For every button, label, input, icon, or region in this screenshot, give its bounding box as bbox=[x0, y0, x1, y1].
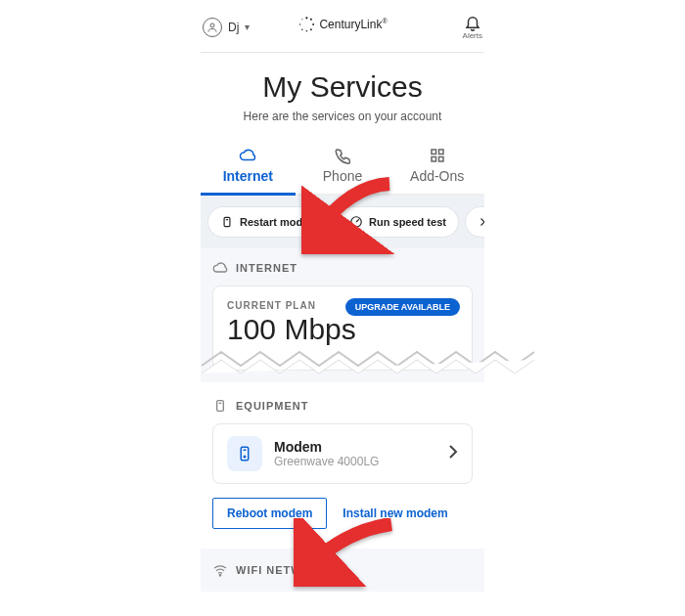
alerts-label: Alerts bbox=[463, 31, 482, 40]
svg-rect-18 bbox=[241, 447, 249, 461]
install-new-modem-link[interactable]: Install new modem bbox=[342, 506, 447, 520]
reboot-modem-button[interactable]: Reboot modem bbox=[212, 498, 327, 529]
svg-point-8 bbox=[301, 19, 302, 20]
tab-label: Add-Ons bbox=[410, 168, 464, 184]
svg-rect-13 bbox=[224, 217, 230, 226]
equipment-name: Modem bbox=[274, 439, 379, 455]
equipment-item[interactable]: Modem Greenwave 4000LG bbox=[212, 423, 473, 484]
equipment-section: EQUIPMENT Modem Greenwave 4000LG Reboot … bbox=[201, 382, 484, 541]
tab-phone[interactable]: Phone bbox=[296, 147, 390, 194]
internet-section: INTERNET CURRENT PLAN UPGRADE AVAILABLE … bbox=[201, 248, 484, 382]
svg-point-2 bbox=[310, 19, 312, 21]
svg-point-20 bbox=[244, 456, 246, 458]
upgrade-badge[interactable]: UPGRADE AVAILABLE bbox=[345, 298, 460, 316]
app-screen: Dj ▾ CenturyLink® Alerts My Services Her… bbox=[201, 8, 484, 616]
equipment-text: Modem Greenwave 4000LG bbox=[274, 439, 379, 468]
cloud-icon bbox=[212, 260, 228, 276]
tools-chip[interactable]: Tr bbox=[466, 207, 484, 237]
svg-rect-12 bbox=[438, 157, 443, 162]
wifi-icon bbox=[212, 562, 228, 578]
chip-label: Run speed test bbox=[369, 216, 446, 228]
torn-edge-decoration bbox=[202, 346, 534, 374]
section-heading-equipment: EQUIPMENT bbox=[212, 398, 473, 414]
chevron-right-icon bbox=[448, 444, 458, 463]
modem-icon bbox=[236, 445, 253, 462]
modem-icon bbox=[212, 398, 228, 414]
service-tabs: Internet Phone Add-Ons bbox=[201, 147, 484, 196]
bell-icon bbox=[464, 14, 481, 31]
tab-internet[interactable]: Internet bbox=[201, 147, 296, 194]
svg-rect-11 bbox=[432, 157, 436, 162]
svg-rect-9 bbox=[432, 150, 436, 154]
modem-icon bbox=[220, 215, 234, 229]
svg-rect-10 bbox=[438, 150, 443, 154]
divider bbox=[201, 52, 484, 53]
chip-label: Restart modem bbox=[240, 216, 318, 228]
svg-point-3 bbox=[312, 23, 314, 25]
top-bar: Dj ▾ CenturyLink® Alerts bbox=[201, 8, 484, 50]
svg-point-6 bbox=[301, 29, 303, 31]
cloud-icon bbox=[239, 147, 256, 164]
chevron-down-icon[interactable]: ▾ bbox=[245, 22, 250, 32]
svg-point-7 bbox=[299, 23, 300, 24]
tab-addons[interactable]: Add-Ons bbox=[389, 147, 484, 194]
svg-point-21 bbox=[219, 575, 220, 576]
tab-label: Internet bbox=[223, 168, 273, 184]
brand-logo: CenturyLink® bbox=[297, 16, 387, 33]
equipment-icon-badge bbox=[227, 436, 262, 471]
user-name[interactable]: Dj bbox=[228, 21, 239, 34]
tab-label: Phone bbox=[323, 168, 362, 184]
restart-modem-chip[interactable]: Restart modem bbox=[208, 207, 330, 237]
avatar-icon[interactable] bbox=[203, 18, 222, 37]
equipment-actions: Reboot modem Install new modem bbox=[212, 498, 473, 529]
section-heading-internet: INTERNET bbox=[212, 260, 473, 276]
alerts-button[interactable]: Alerts bbox=[463, 14, 482, 40]
grid-icon bbox=[429, 147, 446, 164]
svg-point-5 bbox=[306, 30, 308, 32]
gauge-icon bbox=[349, 215, 363, 229]
page-subtitle: Here are the services on your account bbox=[201, 110, 484, 123]
plan-card[interactable]: CURRENT PLAN UPGRADE AVAILABLE 100 Mbps bbox=[212, 286, 473, 371]
equipment-model: Greenwave 4000LG bbox=[274, 455, 379, 468]
svg-point-0 bbox=[210, 23, 214, 27]
plan-speed: 100 Mbps bbox=[227, 313, 458, 346]
svg-point-1 bbox=[305, 17, 307, 19]
phone-icon bbox=[334, 147, 351, 164]
speed-test-chip[interactable]: Run speed test bbox=[338, 207, 458, 237]
brand-text: CenturyLink® bbox=[319, 18, 387, 31]
section-heading-wifi: WIFI NETWORKS bbox=[212, 562, 473, 578]
svg-point-4 bbox=[310, 28, 312, 30]
svg-rect-16 bbox=[217, 401, 224, 412]
centurylink-logo-icon bbox=[297, 16, 315, 33]
wifi-section: WIFI NETWORKS bbox=[201, 549, 484, 592]
quick-action-bar: Restart modem Run speed test Tr bbox=[201, 196, 484, 248]
page-title: My Services bbox=[201, 70, 484, 104]
tools-icon bbox=[478, 215, 484, 229]
